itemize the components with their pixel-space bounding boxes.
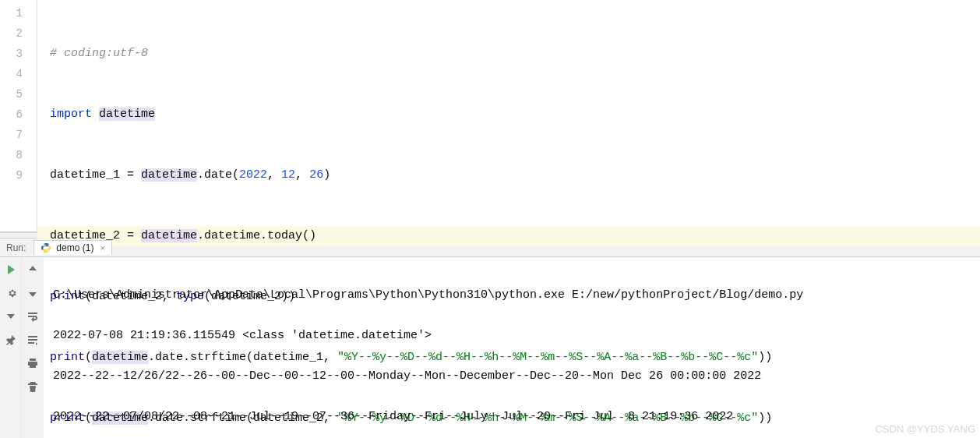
line-number: 8 — [0, 145, 37, 165]
close-icon[interactable]: × — [100, 243, 104, 253]
console-output[interactable]: C:\Users\Administrator\AppData\Local\Pro… — [44, 257, 980, 438]
scroll-to-end-button[interactable] — [25, 332, 41, 348]
console-line: 2022--22--07/08/22--08--21--Jul--19--07-… — [53, 407, 980, 427]
dropdown-button[interactable] — [3, 309, 19, 324]
line-number: 7 — [0, 125, 37, 145]
console-line: 2022--22--12/26/22--26--00--Dec--00--12-… — [53, 366, 980, 387]
console-line: 2022-07-08 21:19:36.115549 <class 'datet… — [53, 326, 980, 346]
run-panel: Run: demo (1) × C:\Users\Administrator\A… — [0, 238, 980, 438]
delete-button[interactable] — [25, 379, 41, 394]
gutter: 1 2 3 4 5 6 7 8 9 — [0, 0, 37, 231]
pin-button[interactable] — [3, 332, 19, 348]
print-button[interactable] — [25, 355, 41, 371]
python-file-icon — [41, 242, 51, 253]
run-toolbar-secondary — [22, 257, 44, 438]
run-label: Run: — [6, 242, 26, 253]
console-line: C:\Users\Administrator\AppData\Local\Pro… — [53, 285, 980, 306]
code-line: datetime_1 = datetime.date(2022, 12, 26) — [50, 165, 980, 185]
line-number: 6 — [0, 104, 37, 125]
code-content[interactable]: # coding:utf-8 import datetime datetime_… — [37, 0, 980, 231]
line-number: 3 — [0, 44, 37, 64]
run-toolbar-primary — [0, 257, 22, 438]
settings-button[interactable] — [3, 285, 19, 301]
run-tab[interactable]: demo (1) × — [33, 240, 111, 255]
rerun-button[interactable] — [3, 262, 19, 277]
soft-wrap-button[interactable] — [25, 309, 41, 324]
code-line: # coding:utf-8 — [50, 44, 980, 64]
line-number: 9 — [0, 165, 37, 185]
tab-title: demo (1) — [56, 242, 93, 253]
line-number: 5 — [0, 84, 37, 104]
code-line: import datetime — [50, 104, 980, 125]
line-number: 2 — [0, 23, 37, 44]
down-button[interactable] — [25, 285, 41, 301]
code-line-current: datetime_2 = datetime.datetime.today() — [37, 226, 980, 246]
up-button[interactable] — [25, 262, 41, 277]
line-number: 4 — [0, 64, 37, 84]
code-editor[interactable]: 1 2 3 4 5 6 7 8 9 # coding:utf-8 import … — [0, 0, 980, 232]
watermark: CSDN @YYDS.YANG — [875, 423, 975, 435]
line-number: 1 — [0, 3, 37, 23]
